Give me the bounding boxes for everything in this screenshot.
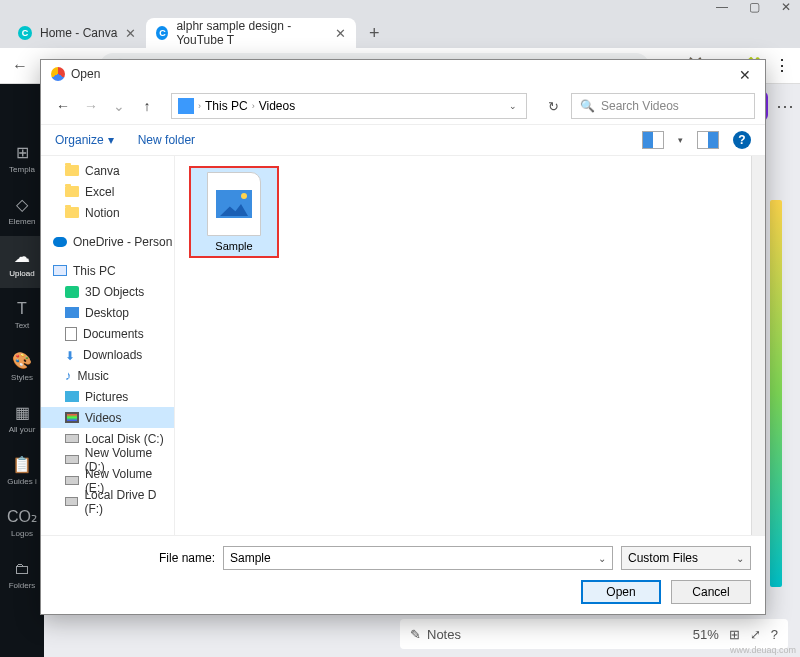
sidebar-item-elements[interactable]: ◇Elemen [0,184,44,236]
downloads-icon: ⬇ [65,349,77,361]
filename-input[interactable]: Sample ⌄ [223,546,613,570]
close-window-button[interactable]: ✕ [780,1,792,13]
refresh-button[interactable]: ↻ [539,99,567,114]
file-list-area[interactable]: Sample [175,156,751,535]
tree-item-onedrive[interactable]: OneDrive - Person [41,231,174,252]
desktop-icon [65,307,79,318]
dialog-footer: File name: Sample ⌄ Custom Files ⌄ Open … [41,535,765,614]
tab-label: alphr sample design - YouTube T [176,19,327,47]
videos-folder-icon [178,98,194,114]
sidebar-item-guides[interactable]: 📋Guides i [0,444,44,496]
sidebar-item-text[interactable]: TText [0,288,44,340]
onedrive-icon [53,237,67,247]
sidebar-item-styles[interactable]: 🎨Styles [0,340,44,392]
back-button[interactable]: ← [10,57,30,75]
folder-icon [65,207,79,218]
filename-label: File name: [55,551,215,565]
window-titlebar: — ▢ ✕ [0,0,800,14]
drive-icon [65,476,79,485]
close-tab-icon[interactable]: ✕ [335,26,346,41]
more-button[interactable]: ⋯ [776,95,794,117]
scrollbar[interactable] [751,156,765,535]
notes-icon: ✎ [410,627,421,642]
tree-item-thispc[interactable]: This PC [41,260,174,281]
sidebar-item-logos[interactable]: CO₂Logos [0,496,44,548]
dialog-titlebar: Open ✕ [41,60,765,88]
file-item-sample[interactable]: Sample [189,166,279,258]
grid-icon: ▦ [12,403,32,423]
templates-icon: ⊞ [12,143,32,163]
tree-item-canva[interactable]: Canva [41,160,174,181]
sidebar-item-allyour[interactable]: ▦All your [0,392,44,444]
dialog-close-button[interactable]: ✕ [729,64,761,86]
folders-icon: 🗀 [12,559,32,579]
folder-tree[interactable]: Canva Excel Notion OneDrive - Person Thi… [41,156,175,535]
open-button[interactable]: Open [581,580,661,604]
tree-item-documents[interactable]: Documents [41,323,174,344]
tab-canva-home[interactable]: C Home - Canva ✕ [8,18,146,48]
nav-recent-button[interactable]: ⌄ [107,98,131,114]
tree-item-notion[interactable]: Notion [41,202,174,223]
minimize-button[interactable]: — [716,1,728,13]
sidebar-item-uploads[interactable]: ☁Upload [0,236,44,288]
sidebar-item-templates[interactable]: ⊞Templa [0,132,44,184]
chevron-right-icon: › [198,101,201,111]
chevron-down-icon[interactable]: ▾ [678,135,683,145]
view-mode-button[interactable] [642,131,664,149]
dialog-nav-row: ← → ⌄ ↑ › This PC › Videos ⌄ ↻ 🔍 Search … [41,88,765,124]
dialog-body: Canva Excel Notion OneDrive - Person Thi… [41,156,765,535]
tree-item-desktop[interactable]: Desktop [41,302,174,323]
tree-item-excel[interactable]: Excel [41,181,174,202]
new-tab-button[interactable]: + [362,21,386,45]
nav-up-button[interactable]: ↑ [135,98,159,114]
organize-button[interactable]: Organize ▾ [55,133,114,147]
breadcrumb-videos[interactable]: Videos [259,99,295,113]
browser-menu-icon[interactable]: ⋮ [774,56,790,75]
grid-view-icon[interactable]: ⊞ [729,627,740,642]
tree-item-3dobjects[interactable]: 3D Objects [41,281,174,302]
upload-icon: ☁ [12,247,32,267]
folder-icon [65,165,79,176]
music-icon: ♪ [65,368,72,383]
chevron-down-icon[interactable]: ⌄ [598,553,606,564]
canvas-preview-edge [770,200,782,587]
breadcrumb-dropdown[interactable]: ⌄ [506,101,520,111]
drive-icon [65,434,79,443]
tree-item-music[interactable]: ♪Music [41,365,174,386]
pc-icon [53,265,67,276]
3dobjects-icon [65,286,79,298]
tab-alphr-design[interactable]: C alphr sample design - YouTube T ✕ [146,18,356,48]
zoom-level[interactable]: 51% [693,627,719,642]
elements-icon: ◇ [12,195,32,215]
breadcrumb-thispc[interactable]: This PC [205,99,248,113]
help-icon[interactable]: ? [771,627,778,642]
breadcrumb[interactable]: › This PC › Videos ⌄ [171,93,527,119]
filetype-select[interactable]: Custom Files ⌄ [621,546,751,570]
file-name: Sample [215,240,252,252]
guides-icon: 📋 [12,455,32,475]
canva-favicon: C [18,26,32,40]
canva-sidebar: ⊞Templa ◇Elemen ☁Upload TText 🎨Styles ▦A… [0,84,44,657]
search-input[interactable]: 🔍 Search Videos [571,93,755,119]
tree-item-downloads[interactable]: ⬇Downloads [41,344,174,365]
tabstrip: C Home - Canva ✕ C alphr sample design -… [0,14,800,48]
notes-button[interactable]: ✎ Notes [410,627,677,642]
dialog-title: Open [71,67,100,81]
tree-item-localdrive-f[interactable]: Local Drive D (F:) [41,491,174,512]
sidebar-item-folders[interactable]: 🗀Folders [0,548,44,600]
file-open-dialog: Open ✕ ← → ⌄ ↑ › This PC › Videos ⌄ ↻ 🔍 … [40,59,766,615]
nav-back-button[interactable]: ← [51,98,75,114]
preview-pane-button[interactable] [697,131,719,149]
tree-item-pictures[interactable]: Pictures [41,386,174,407]
expand-icon[interactable]: ⤢ [750,627,761,642]
close-tab-icon[interactable]: ✕ [125,26,136,41]
maximize-button[interactable]: ▢ [748,1,760,13]
file-thumbnail-selected: Sample [189,166,279,258]
cancel-button[interactable]: Cancel [671,580,751,604]
chrome-icon [51,67,65,81]
new-folder-button[interactable]: New folder [138,133,195,147]
tree-item-videos[interactable]: Videos [41,407,174,428]
drive-icon [65,497,78,506]
text-icon: T [12,299,32,319]
help-button[interactable]: ? [733,131,751,149]
